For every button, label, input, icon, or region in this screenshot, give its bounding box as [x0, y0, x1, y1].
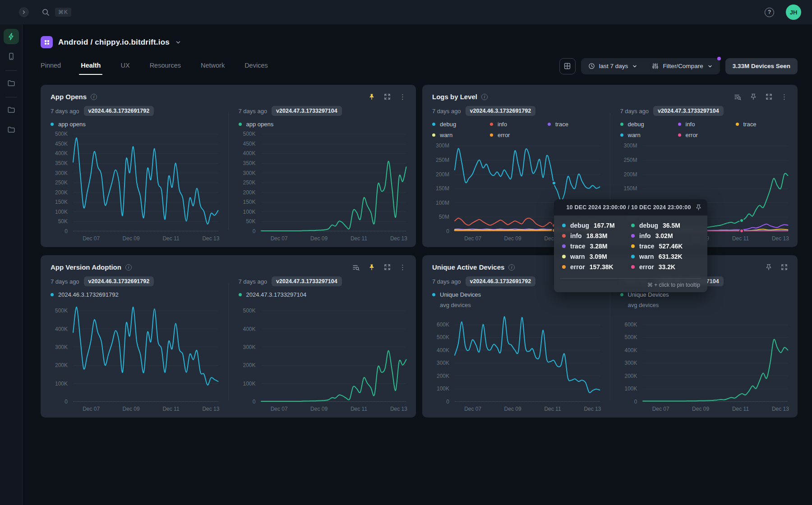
series-value: 3.02M [655, 232, 673, 239]
legend-item[interactable]: info [678, 121, 736, 128]
sidebar-item-folder-2[interactable] [4, 102, 19, 117]
sidebar [0, 0, 23, 505]
tab-pinned[interactable]: Pinned [41, 62, 61, 75]
pin-icon-outline[interactable] [750, 93, 757, 101]
lightning-icon [7, 32, 15, 41]
global-search[interactable]: ⌘K [42, 8, 71, 17]
legend-item[interactable]: Unique Devices [620, 291, 788, 298]
version-chip[interactable]: v2024.46.3.1732691792 [466, 106, 536, 116]
legend-item[interactable]: 2024.47.3.1733297104 [239, 291, 406, 298]
series-app-opens [73, 138, 218, 224]
tooltip-row: trace3.28M [562, 243, 631, 250]
help-button[interactable]: ? [765, 8, 774, 17]
line-chart-adoption-v46[interactable]: 500K400K300K200K100K0Dec 07Dec 09Dec 11D… [51, 303, 218, 413]
y-tick-label: 450K [55, 141, 68, 147]
legend-label: app opens [58, 121, 86, 128]
line-chart-app-opens-v46[interactable]: 500K450K400K350K300K250K200K150K100K50K0… [51, 132, 218, 243]
kebab-menu-icon[interactable]: ⋮ [781, 93, 788, 100]
tab-devices[interactable]: Devices [245, 62, 268, 75]
expand-icon[interactable] [384, 264, 391, 271]
legend-item[interactable]: debug [432, 121, 490, 128]
y-tick-label: 400K [437, 347, 449, 354]
legend-dot [51, 123, 54, 126]
y-tick-label: 300M [436, 142, 449, 149]
pin-icon-filled[interactable] [368, 93, 375, 101]
legend-item[interactable]: debug [620, 121, 678, 128]
tab-health[interactable]: Health [81, 62, 101, 75]
version-chip[interactable]: v2024.46.3.1732691792 [84, 276, 154, 286]
tooltip-pin-icon[interactable] [695, 204, 702, 211]
version-chip[interactable]: v2024.46.3.1732691792 [466, 276, 536, 286]
filter-compare-button[interactable]: Filter/Compare [645, 58, 720, 74]
series-dot [631, 244, 635, 248]
x-tick-label: Dec 13 [772, 235, 789, 242]
time-ago-label: 7 days ago [51, 108, 79, 115]
sidebar-item-folder-1[interactable] [4, 75, 19, 91]
sidebar-item-events[interactable] [4, 29, 19, 44]
info-icon[interactable]: i [508, 264, 515, 271]
version-chip[interactable]: v2024.47.3.1733297104 [653, 106, 724, 116]
y-tick-label: 500K [624, 334, 637, 340]
chevron-right-icon [21, 9, 27, 15]
tooltip-column-v46: debug167.7M info18.83M trace3.28M warn3.… [562, 222, 631, 278]
y-tick-label: 400K [55, 150, 68, 156]
line-chart-app-opens-v47[interactable]: 500K450K400K350K300K250K200K150K100K50K0… [239, 132, 406, 243]
kebab-menu-icon[interactable]: ⋮ [399, 93, 406, 100]
time-range-select[interactable]: last 7 days [581, 58, 645, 74]
version-chip[interactable]: v2024.47.3.1733297104 [272, 106, 342, 116]
legend-item[interactable]: 2024.46.3.1732691792 [51, 291, 218, 298]
legend-dot [620, 133, 623, 137]
legend-item[interactable]: warn [620, 132, 678, 138]
sidebar-item-devices[interactable] [4, 49, 19, 64]
pin-icon-outline[interactable] [765, 264, 772, 271]
y-tick-label: 600K [624, 321, 637, 328]
legend-label: warn [440, 132, 452, 138]
tab-network[interactable]: Network [201, 62, 225, 75]
legend-item[interactable]: app opens [51, 121, 218, 128]
legend-item[interactable]: error [678, 132, 736, 138]
legend-item[interactable]: Unique Devices [432, 291, 600, 298]
legend-item[interactable]: warn [432, 132, 490, 138]
info-icon[interactable]: i [125, 264, 132, 271]
legend-label: error [686, 132, 698, 138]
list-search-icon[interactable] [734, 93, 741, 101]
x-tick-label: Dec 09 [504, 406, 521, 412]
tab-ux[interactable]: UX [120, 62, 129, 75]
info-icon[interactable]: i [481, 94, 488, 100]
devices-seen-button[interactable]: 3.33M Devices Seen [725, 58, 798, 74]
y-tick-label: 200K [243, 362, 255, 368]
expand-icon[interactable] [766, 93, 772, 100]
x-tick-label: Dec 07 [271, 235, 288, 242]
legend-item[interactable]: trace [736, 121, 794, 128]
series-Unique-Devices [643, 340, 788, 401]
kebab-menu-icon[interactable]: ⋮ [399, 264, 406, 271]
legend-item[interactable]: info [490, 121, 548, 128]
expand-icon[interactable] [781, 264, 788, 271]
series-label: debug [570, 222, 589, 229]
layout-grid-button[interactable] [559, 58, 576, 74]
version-chip[interactable]: v2024.46.3.1732691792 [84, 106, 154, 116]
tooltip-row: info3.02M [631, 232, 700, 239]
tab-resources[interactable]: Resources [150, 62, 181, 75]
version-chip[interactable]: v2024.47.3.1733297104 [272, 276, 342, 286]
pin-icon-filled[interactable] [368, 264, 375, 271]
line-chart-devices-v46[interactable]: 600K500K400K300K200K100K0Dec 07Dec 09Dec… [432, 313, 600, 413]
app-switcher[interactable]: Android / chippy.io.bitdrift.ios [23, 24, 812, 48]
series-dot [562, 224, 566, 227]
sidebar-item-folder-3[interactable] [4, 122, 19, 137]
line-chart-devices-v47[interactable]: 600K500K400K300K200K100K0Dec 07Dec 09Dec… [620, 313, 788, 413]
expand-icon[interactable] [384, 93, 391, 100]
legend-item[interactable]: app opens [239, 121, 406, 128]
x-tick-label: Dec 13 [202, 406, 219, 412]
info-icon[interactable]: i [91, 94, 97, 100]
series-dot [562, 255, 566, 258]
avatar[interactable]: JH [786, 5, 801, 20]
list-search-icon[interactable] [352, 264, 360, 271]
legend-item[interactable]: error [490, 132, 548, 138]
x-tick-label: Dec 09 [123, 406, 140, 412]
series-label: warn [639, 253, 654, 260]
sidebar-collapse-button[interactable] [19, 7, 29, 17]
line-chart-adoption-v47[interactable]: 500K400K300K200K100K0Dec 07Dec 09Dec 11D… [239, 303, 406, 413]
y-tick-label: 250K [243, 179, 255, 186]
legend-item[interactable]: trace [548, 121, 605, 128]
